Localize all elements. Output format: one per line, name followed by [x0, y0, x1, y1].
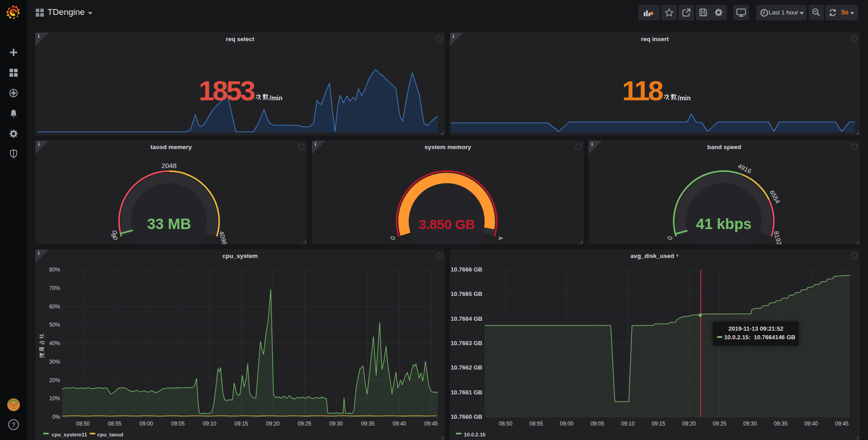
svg-text:0: 0: [389, 235, 397, 241]
svg-text:80%: 80%: [49, 267, 60, 273]
svg-text:30%: 30%: [49, 359, 60, 365]
svg-text:09:00: 09:00: [139, 421, 153, 427]
svg-text:?: ?: [12, 421, 16, 428]
svg-text:09:35: 09:35: [361, 421, 374, 427]
svg-text:09:05: 09:05: [171, 421, 184, 427]
svg-text:09:45: 09:45: [835, 421, 849, 427]
svg-text:4: 4: [497, 235, 505, 241]
svg-text:33 MB: 33 MB: [147, 215, 191, 232]
svg-text:09:10: 09:10: [621, 421, 635, 427]
svg-text:09:40: 09:40: [804, 421, 818, 427]
svg-text:10.7665 GB: 10.7665 GB: [451, 290, 482, 297]
svg-text:60%: 60%: [49, 304, 60, 310]
svg-text:10.7666 GB: 10.7666 GB: [451, 266, 482, 273]
svg-text:/min: /min: [678, 94, 691, 101]
svg-text:09:35: 09:35: [774, 421, 788, 427]
svg-text:08:50: 08:50: [499, 421, 512, 427]
svg-text:09:30: 09:30: [743, 421, 757, 427]
svg-text:09:15: 09:15: [234, 421, 248, 427]
svg-text:09:40: 09:40: [392, 421, 406, 427]
svg-text:10.7660 GB: 10.7660 GB: [451, 413, 482, 420]
svg-text:09:00: 09:00: [560, 421, 574, 427]
svg-text:cpu_system11: cpu_system11: [52, 432, 87, 437]
svg-text:09:45: 09:45: [424, 421, 438, 427]
svg-text:0%: 0%: [52, 414, 61, 420]
svg-text:09:05: 09:05: [590, 421, 604, 427]
svg-text:09:30: 09:30: [329, 421, 343, 427]
svg-text:4096: 4096: [218, 230, 229, 244]
svg-text:09:20: 09:20: [266, 421, 279, 427]
svg-text:41 kbps: 41 kbps: [696, 215, 752, 232]
svg-text:0: 0: [666, 235, 674, 241]
svg-text:09:15: 09:15: [651, 421, 665, 427]
svg-text:/min: /min: [269, 94, 283, 101]
svg-text:09:25: 09:25: [297, 421, 311, 427]
svg-text:10.7662 GB: 10.7662 GB: [451, 364, 482, 371]
svg-text:cpu_taosd: cpu_taosd: [97, 432, 123, 437]
svg-text:08:50: 08:50: [76, 421, 90, 427]
svg-text:10.0.2.15: 10.0.2.15: [464, 432, 486, 437]
svg-text:10%: 10%: [49, 395, 60, 402]
svg-text:08:55: 08:55: [108, 421, 121, 427]
svg-text:8192: 8192: [773, 230, 783, 244]
svg-text:20%: 20%: [49, 377, 60, 384]
svg-text:10.7663 GB: 10.7663 GB: [451, 340, 482, 346]
svg-text:10.7664 GB: 10.7664 GB: [451, 315, 482, 322]
svg-text:70%: 70%: [49, 285, 60, 291]
svg-text:10.7661 GB: 10.7661 GB: [451, 389, 482, 396]
svg-text:2048: 2048: [161, 162, 176, 169]
svg-text:09:20: 09:20: [682, 421, 696, 427]
svg-text:08:55: 08:55: [529, 421, 543, 427]
svg-text:40%: 40%: [49, 340, 60, 346]
svg-text:3.850 GB: 3.850 GB: [419, 217, 475, 232]
svg-text:09:10: 09:10: [203, 421, 216, 427]
svg-text:09:25: 09:25: [713, 421, 726, 427]
svg-text:50%: 50%: [49, 322, 60, 328]
